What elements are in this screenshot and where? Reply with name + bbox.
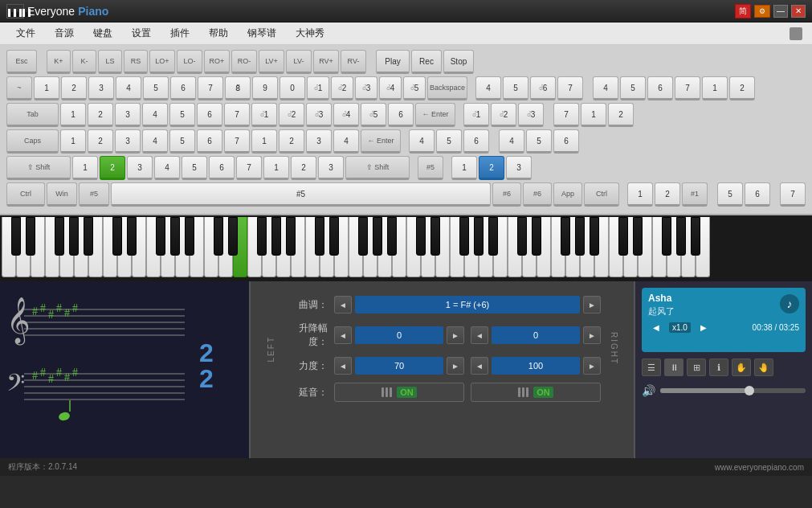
numpad4-key[interactable]: 4 xyxy=(475,76,501,100)
cr2-key[interactable]: 2 xyxy=(655,182,680,207)
black-key-70[interactable] xyxy=(590,217,599,256)
cr7-key[interactable]: 7 xyxy=(780,182,806,207)
sharp6-key[interactable]: #6 xyxy=(492,182,521,207)
black-key-56[interactable] xyxy=(474,217,484,256)
nr5-key[interactable]: 5 xyxy=(620,76,646,100)
black-key-20[interactable] xyxy=(170,217,180,256)
ls-key[interactable]: LS xyxy=(98,50,122,74)
nr7-key[interactable]: 7 xyxy=(675,76,700,100)
caps-4[interactable]: 4 xyxy=(142,129,168,154)
sh-1m[interactable]: 1 xyxy=(263,156,289,180)
sh-6[interactable]: 6 xyxy=(209,156,235,180)
velocity-l-left-arrow[interactable]: ◄ xyxy=(334,357,352,375)
tab-4[interactable]: 4 xyxy=(142,103,168,127)
sh-5[interactable]: 5 xyxy=(182,156,207,180)
tab-1[interactable]: 1 xyxy=(60,103,86,127)
s2-highlighted[interactable]: 2 xyxy=(479,156,504,180)
c5-key[interactable]: 5 xyxy=(436,129,462,154)
ctrl-l-key[interactable]: Ctrl xyxy=(6,182,45,207)
black-key-8[interactable] xyxy=(69,217,79,256)
sh-4[interactable]: 4 xyxy=(154,156,180,180)
s1-key[interactable]: 1 xyxy=(451,156,477,180)
caps-5[interactable]: 5 xyxy=(169,129,195,154)
esc-key[interactable]: Esc xyxy=(6,50,37,74)
tab-6m[interactable]: 6 xyxy=(388,103,414,127)
numpad5-key[interactable]: 5 xyxy=(503,76,528,100)
toolbar-grid-btn[interactable]: ⊞ xyxy=(687,358,706,376)
menu-item-sheet[interactable]: 钢琴谱 xyxy=(238,23,286,43)
caps-1[interactable]: 1 xyxy=(60,129,86,154)
tab-3[interactable]: 3 xyxy=(115,103,141,127)
num8-key[interactable]: 8̈ xyxy=(225,76,251,100)
tab-2[interactable]: 2 xyxy=(88,103,113,127)
lo-minus-key[interactable]: LO- xyxy=(177,50,202,74)
menu-extra-btn[interactable] xyxy=(790,27,802,40)
volume-thumb[interactable] xyxy=(745,386,754,395)
ctrl-r-key[interactable]: Ctrl xyxy=(584,182,619,207)
menu-item-master[interactable]: 大神秀 xyxy=(286,23,334,43)
sh-3m[interactable]: 3 xyxy=(318,156,344,180)
c4-key[interactable]: 4 xyxy=(409,129,435,154)
black-key-6[interactable] xyxy=(55,217,64,256)
tab-6[interactable]: 6 xyxy=(197,103,222,127)
caps-3[interactable]: 3 xyxy=(115,129,141,154)
num5r-key[interactable]: ḋ5 xyxy=(403,76,426,100)
black-key-18[interactable] xyxy=(156,217,165,256)
k-plus-key[interactable]: K+ xyxy=(47,50,71,74)
num2r-key[interactable]: ḋ2 xyxy=(331,76,353,100)
t2-key[interactable]: ḋ2 xyxy=(491,103,516,127)
key-sig-left-arrow[interactable]: ◄ xyxy=(334,296,352,313)
black-key-75[interactable] xyxy=(633,217,643,256)
close-button[interactable]: ✕ xyxy=(791,5,806,18)
ro-plus-key[interactable]: RO+ xyxy=(204,50,230,74)
black-key-22[interactable] xyxy=(185,217,194,256)
black-key-39[interactable] xyxy=(329,217,339,256)
caps-2[interactable]: 2 xyxy=(88,129,113,154)
backspace-key[interactable]: Backspace xyxy=(427,76,467,100)
sharp1-key[interactable]: #1 xyxy=(682,182,708,207)
num4r-key[interactable]: ḋ4 xyxy=(379,76,402,100)
t1-key[interactable]: ḋ1 xyxy=(463,103,489,127)
num1-key[interactable]: 1 xyxy=(34,76,59,100)
sh-2-highlighted[interactable]: 2 xyxy=(100,156,125,180)
black-key-46[interactable] xyxy=(387,217,397,256)
cr1-key[interactable]: 1 xyxy=(627,182,653,207)
black-key-44[interactable] xyxy=(373,217,382,256)
space-key[interactable]: #5 xyxy=(111,182,491,207)
tab-1m[interactable]: ḋ1 xyxy=(251,103,277,127)
num2-key[interactable]: 2 xyxy=(61,76,87,100)
caps-6[interactable]: 6 xyxy=(197,129,222,154)
black-key-51[interactable] xyxy=(430,217,440,256)
rec-button[interactable]: Rec xyxy=(411,50,442,74)
num5-key[interactable]: 5 xyxy=(143,76,169,100)
toolbar-info-btn[interactable]: ℹ xyxy=(709,358,728,376)
num3r-key[interactable]: ḋ3 xyxy=(355,76,377,100)
sh-7[interactable]: 7 xyxy=(236,156,262,180)
toolbar-list-btn[interactable]: ☰ xyxy=(642,358,661,376)
black-key-13[interactable] xyxy=(112,217,122,256)
black-key-78[interactable] xyxy=(662,217,671,256)
black-key-10[interactable] xyxy=(84,217,93,256)
sh-3[interactable]: 3 xyxy=(127,156,153,180)
num1r-key[interactable]: ḋ1 xyxy=(307,76,329,100)
transpose-l-left-arrow[interactable]: ◄ xyxy=(334,326,352,344)
menu-item-help[interactable]: 帮助 xyxy=(199,23,238,43)
caps-7[interactable]: 7 xyxy=(224,129,250,154)
velocity-r-right-arrow[interactable]: ► xyxy=(583,357,601,375)
tab-3m[interactable]: ḋ3 xyxy=(306,103,332,127)
lv-minus-key[interactable]: LV- xyxy=(286,50,312,74)
settings-icon-btn[interactable]: ⚙ xyxy=(754,5,770,18)
lang-button[interactable]: 简 xyxy=(735,4,751,18)
player-next-btn[interactable]: ▶ xyxy=(696,321,712,334)
num6-key[interactable]: 6 xyxy=(170,76,196,100)
enter-r-key[interactable]: ← Enter xyxy=(361,129,401,154)
black-key-63[interactable] xyxy=(532,217,541,256)
menu-item-settings[interactable]: 设置 xyxy=(122,23,161,43)
c6-key[interactable]: 6 xyxy=(463,129,489,154)
black-key-34[interactable] xyxy=(286,217,296,256)
c4r-key[interactable]: 4 xyxy=(499,129,524,154)
cr6-key[interactable]: 6 xyxy=(745,182,770,207)
black-key-3[interactable] xyxy=(26,217,35,256)
c5r-key[interactable]: 5 xyxy=(526,129,552,154)
tab-5[interactable]: 5 xyxy=(169,103,195,127)
